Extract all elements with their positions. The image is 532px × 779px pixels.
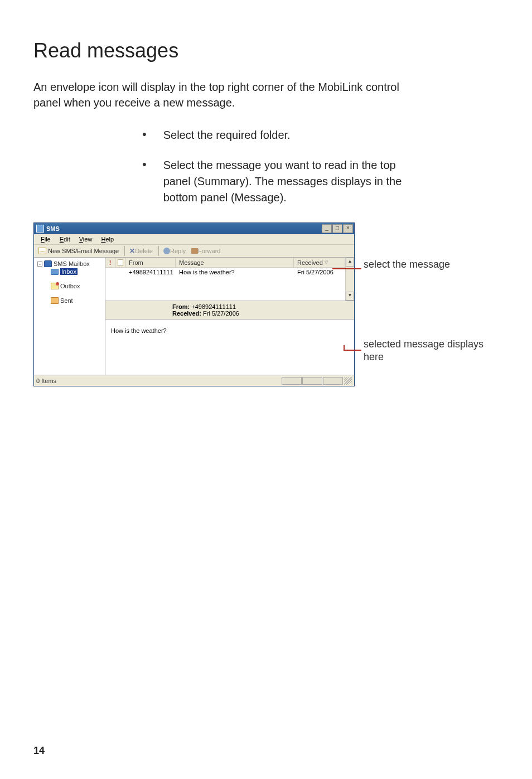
- window-controls: _ □ ×: [321, 224, 353, 233]
- close-button[interactable]: ×: [343, 224, 353, 233]
- tree-sent[interactable]: Sent: [35, 297, 104, 304]
- status-segment: [323, 377, 343, 385]
- main-content: - SMS Mailbox Inbox Outbox Sent: [34, 258, 354, 375]
- person-icon: [163, 248, 170, 254]
- message-area: ! From Message Received ▽: [105, 258, 354, 375]
- scroll-track[interactable]: [346, 267, 354, 292]
- page-title: Read messages: [33, 39, 499, 62]
- cell-from: +498924111111: [125, 268, 176, 277]
- tree-inbox[interactable]: Inbox: [35, 268, 104, 275]
- sent-icon: [51, 297, 59, 304]
- status-segment: [302, 377, 322, 385]
- preview-received-label: Received:: [172, 310, 201, 317]
- envelope-icon: [38, 248, 46, 254]
- tree-outbox[interactable]: Outbox: [35, 282, 104, 290]
- header-from[interactable]: From: [125, 258, 176, 267]
- toolbar-separator: [158, 246, 159, 256]
- window-title: SMS: [46, 225, 321, 232]
- intro-paragraph: An envelope icon will display in the top…: [33, 79, 424, 110]
- toolbar-separator: [124, 246, 125, 256]
- menu-bar: File Edit View Help: [34, 234, 354, 245]
- maximize-button[interactable]: □: [332, 224, 342, 233]
- minimize-button[interactable]: _: [322, 224, 332, 233]
- mailbox-icon: [44, 260, 52, 267]
- header-received[interactable]: Received ▽: [294, 258, 345, 267]
- preview-header: From: +498924111111 Received: Fri 5/27/2…: [105, 301, 354, 320]
- sms-app-icon: [36, 225, 44, 233]
- bullet-item: • Select the required folder.: [142, 127, 499, 143]
- menu-help[interactable]: Help: [96, 235, 118, 243]
- scroll-up-button[interactable]: ▲: [346, 258, 354, 267]
- new-message-button[interactable]: New SMS/Email Message: [36, 246, 121, 255]
- title-bar: SMS _ □ ×: [34, 223, 354, 234]
- screenshot-region: SMS _ □ × File Edit View Help New SMS/Em…: [33, 222, 499, 386]
- menu-help-suffix: elp: [105, 236, 114, 243]
- preview-received-value: Fri 5/27/2006: [203, 310, 239, 317]
- tree-collapse-icon[interactable]: -: [37, 262, 42, 267]
- callout-displays-here: selected message displays here: [364, 338, 499, 364]
- preview-from-value: +498924111111: [191, 303, 236, 310]
- header-message[interactable]: Message: [176, 258, 294, 267]
- outbox-icon: [51, 283, 59, 289]
- toolbar: New SMS/Email Message ✕ Delete Reply For…: [34, 245, 354, 258]
- bullet-marker: •: [142, 127, 147, 143]
- delete-label: Delete: [135, 248, 153, 254]
- preview-from-row: From: +498924111111: [172, 303, 350, 310]
- folder-tree: - SMS Mailbox Inbox Outbox Sent: [34, 258, 105, 375]
- tree-outbox-label: Outbox: [60, 283, 80, 289]
- page-number: 14: [33, 745, 45, 757]
- header-received-label: Received: [297, 259, 323, 266]
- list-header-row: ! From Message Received ▽: [105, 258, 345, 268]
- message-list: ! From Message Received ▽: [105, 258, 354, 301]
- header-priority[interactable]: !: [105, 258, 115, 267]
- preview-body-text: How is the weather?: [111, 327, 167, 334]
- forward-icon: [191, 248, 198, 254]
- bullet-text: Select the message you want to read in t…: [163, 157, 409, 206]
- sort-descending-icon: ▽: [325, 260, 328, 265]
- callout-select-message: select the message: [364, 258, 450, 271]
- message-list-body: ! From Message Received ▽: [105, 258, 345, 301]
- menu-view-suffix: iew: [83, 236, 93, 243]
- tree-inbox-label: Inbox: [60, 268, 78, 275]
- tree-sent-label: Sent: [60, 297, 73, 304]
- message-row[interactable]: +498924111111 How is the weather? Fri 5/…: [105, 268, 345, 277]
- new-message-label: New SMS/Email Message: [48, 248, 119, 254]
- reply-button[interactable]: Reply: [161, 246, 188, 255]
- status-segment: [282, 377, 302, 385]
- menu-file-suffix: ile: [45, 236, 51, 243]
- bullet-marker: •: [142, 157, 147, 206]
- menu-edit[interactable]: Edit: [55, 235, 75, 243]
- delete-icon: ✕: [129, 247, 135, 255]
- annotation-line: [332, 268, 361, 269]
- annotation-line: [344, 345, 345, 351]
- delete-button[interactable]: ✕ Delete: [127, 246, 155, 256]
- sms-app-window: SMS _ □ × File Edit View Help New SMS/Em…: [33, 222, 355, 386]
- cell-message: How is the weather?: [176, 268, 294, 277]
- list-scrollbar[interactable]: ▲ ▼: [345, 258, 354, 301]
- status-bar: 0 Items: [34, 375, 354, 386]
- resize-grip-icon[interactable]: [344, 377, 352, 385]
- scroll-down-button[interactable]: ▼: [346, 292, 354, 301]
- bullet-text: Select the required folder.: [163, 127, 291, 143]
- forward-label: Forward: [198, 248, 220, 254]
- menu-view[interactable]: View: [75, 235, 97, 243]
- inbox-icon: [51, 269, 59, 275]
- attachment-icon: [118, 259, 123, 266]
- preview-received-row: Received: Fri 5/27/2006: [172, 310, 350, 317]
- tree-root-label: SMS Mailbox: [54, 260, 90, 267]
- bullet-list: • Select the required folder. • Select t…: [142, 127, 499, 206]
- annotation-line: [344, 350, 361, 351]
- forward-button[interactable]: Forward: [189, 246, 223, 255]
- preview-body: How is the weather?: [105, 320, 354, 375]
- priority-icon: !: [107, 259, 114, 266]
- reply-label: Reply: [170, 248, 186, 254]
- menu-file[interactable]: File: [36, 235, 55, 243]
- bullet-item: • Select the message you want to read in…: [142, 157, 499, 206]
- preview-from-label: From:: [172, 303, 190, 310]
- header-attachment[interactable]: [115, 258, 125, 267]
- status-items: 0 Items: [36, 378, 281, 384]
- tree-root[interactable]: - SMS Mailbox: [35, 260, 104, 268]
- menu-edit-suffix: dit: [64, 236, 70, 243]
